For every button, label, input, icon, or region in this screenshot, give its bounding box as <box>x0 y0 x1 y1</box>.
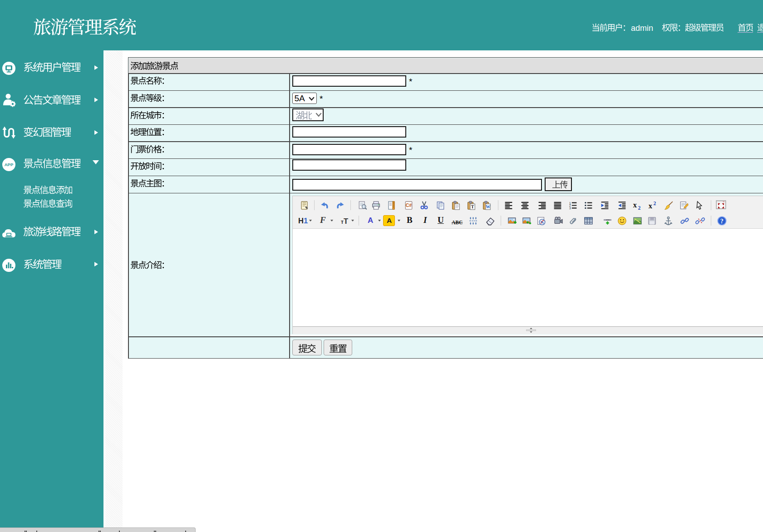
svg-text:T: T <box>471 204 474 209</box>
svg-text:2: 2 <box>654 201 656 207</box>
svg-text:3: 3 <box>569 207 571 210</box>
svg-text:C#: C# <box>406 202 412 208</box>
svg-text:x: x <box>649 202 653 210</box>
svg-text:2: 2 <box>638 205 641 210</box>
svg-text:W: W <box>486 204 490 209</box>
svg-text:x: x <box>633 201 637 209</box>
svg-text:APP: APP <box>5 162 14 167</box>
svg-text:?: ? <box>720 218 724 225</box>
